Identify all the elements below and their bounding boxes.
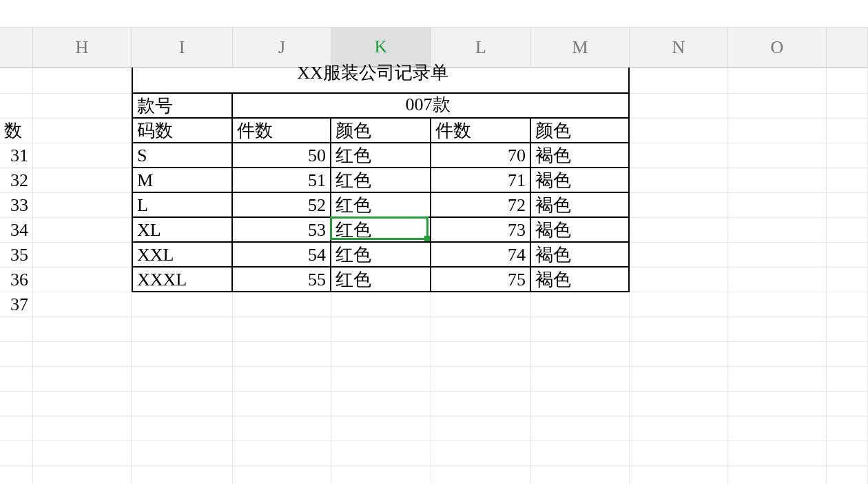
cell-count2-5[interactable]: 75 (431, 268, 531, 292)
hdr-size[interactable]: 码数 (132, 119, 233, 143)
cell-M10[interactable] (531, 292, 630, 317)
column-header-L[interactable]: L (431, 28, 531, 67)
cell-P6[interactable] (827, 193, 868, 218)
cell-count1-4[interactable]: 54 (233, 243, 331, 268)
cell-color1-5[interactable]: 红色 (331, 268, 431, 292)
hdr-color2[interactable]: 颜色 (531, 119, 630, 143)
cell-count2-3[interactable]: 73 (431, 218, 531, 243)
cell-size-0[interactable]: S (132, 143, 233, 168)
cell-partial-5[interactable]: 32 (0, 168, 33, 193)
cell-L10[interactable] (431, 292, 531, 317)
cell-color1-4[interactable]: 红色 (331, 243, 431, 268)
cell-O10[interactable] (728, 292, 827, 317)
cell-size-3[interactable]: XL (132, 218, 233, 243)
cell-model-sp2[interactable]: 007款 (331, 94, 431, 119)
cell-N1[interactable] (630, 68, 728, 94)
cell-N4[interactable] (630, 143, 728, 168)
cell-model-label[interactable]: 款号 (132, 94, 233, 119)
cell-title-M[interactable] (531, 68, 630, 94)
cell-P4[interactable] (827, 143, 868, 168)
hdr-color1[interactable]: 颜色 (331, 119, 431, 143)
cell-N2[interactable] (630, 94, 728, 119)
cell-title-K[interactable]: XX服装公司记录单 (331, 68, 431, 94)
cell-model-sp1[interactable] (233, 94, 331, 119)
cell-P1[interactable] (827, 68, 868, 94)
cell-O2[interactable] (728, 94, 827, 119)
cell-O4[interactable] (728, 143, 827, 168)
cell-partial-7[interactable]: 34 (0, 218, 33, 243)
cell-P3[interactable] (827, 119, 868, 143)
cell-size-1[interactable]: M (132, 168, 233, 193)
cell-H1[interactable] (33, 68, 132, 94)
cell-count1-1[interactable]: 51 (233, 168, 331, 193)
cell-color2-5[interactable]: 褐色 (531, 268, 630, 292)
cell-color1-2[interactable]: 红色 (331, 193, 431, 218)
cell-H9[interactable] (33, 268, 132, 292)
column-header-M[interactable]: M (531, 28, 630, 67)
column-header-I[interactable]: I (132, 28, 233, 67)
column-header-K[interactable]: K (331, 28, 431, 67)
cell-N10[interactable] (630, 292, 728, 317)
cell-count1-0[interactable]: 50 (233, 143, 331, 168)
cell-color2-1[interactable]: 褐色 (531, 168, 630, 193)
cell-partial-4[interactable]: 31 (0, 143, 33, 168)
cell-color1-3[interactable]: 红色 (331, 218, 431, 243)
cell-K10[interactable] (331, 292, 431, 317)
cell-title-I[interactable] (132, 68, 233, 94)
cell-partial-10[interactable]: 37 (0, 292, 33, 317)
cell-P2[interactable] (827, 94, 868, 119)
cell-size-2[interactable]: L (132, 193, 233, 218)
cell-H2[interactable] (33, 94, 132, 119)
hdr-count1[interactable]: 件数 (233, 119, 331, 143)
cell-size-5[interactable]: XXXL (132, 268, 233, 292)
cell-O3[interactable] (728, 119, 827, 143)
cell-partial-9[interactable]: 36 (0, 268, 33, 292)
column-header-N[interactable]: N (630, 28, 728, 67)
cell-O8[interactable] (728, 243, 827, 268)
cell-color2-2[interactable]: 褐色 (531, 193, 630, 218)
column-header-H[interactable]: H (33, 28, 132, 67)
cell-N3[interactable] (630, 119, 728, 143)
cell-N6[interactable] (630, 193, 728, 218)
cell-partial-3[interactable]: 数 (0, 119, 33, 143)
cell-color2-3[interactable]: 褐色 (531, 218, 630, 243)
cell-O7[interactable] (728, 218, 827, 243)
cell-N5[interactable] (630, 168, 728, 193)
cell-count2-2[interactable]: 72 (431, 193, 531, 218)
cell-H7[interactable] (33, 218, 132, 243)
cell-H8[interactable] (33, 243, 132, 268)
cell-color1-0[interactable]: 红色 (331, 143, 431, 168)
cell-O1[interactable] (728, 68, 827, 94)
cell-count2-1[interactable]: 71 (431, 168, 531, 193)
cell-J10[interactable] (233, 292, 331, 317)
column-header-J[interactable]: J (233, 28, 331, 67)
cell-color2-0[interactable]: 褐色 (531, 143, 630, 168)
cell-O5[interactable] (728, 168, 827, 193)
cell-H6[interactable] (33, 193, 132, 218)
cell-I10[interactable] (132, 292, 233, 317)
cell-N7[interactable] (630, 218, 728, 243)
cell-partial-8[interactable]: 35 (0, 243, 33, 268)
cell-H10[interactable] (33, 292, 132, 317)
cell-H5[interactable] (33, 168, 132, 193)
cell-P9[interactable] (827, 268, 868, 292)
cell-H4[interactable] (33, 143, 132, 168)
cell-color1-1[interactable]: 红色 (331, 168, 431, 193)
cell-count1-2[interactable]: 52 (233, 193, 331, 218)
cell-count2-4[interactable]: 74 (431, 243, 531, 268)
hdr-count2[interactable]: 件数 (431, 119, 531, 143)
cell-size-4[interactable]: XXL (132, 243, 233, 268)
cell-P10[interactable] (827, 292, 868, 317)
cell-count1-3[interactable]: 53 (233, 218, 331, 243)
column-header-blank[interactable] (0, 28, 33, 67)
cell-N8[interactable] (630, 243, 728, 268)
cell-H3[interactable] (33, 119, 132, 143)
cell-count1-5[interactable]: 55 (233, 268, 331, 292)
cell-partial-1[interactable] (0, 68, 33, 94)
cell-O6[interactable] (728, 193, 827, 218)
cell-P8[interactable] (827, 243, 868, 268)
cell-O9[interactable] (728, 268, 827, 292)
cell-N9[interactable] (630, 268, 728, 292)
cell-P5[interactable] (827, 168, 868, 193)
cell-P7[interactable] (827, 218, 868, 243)
